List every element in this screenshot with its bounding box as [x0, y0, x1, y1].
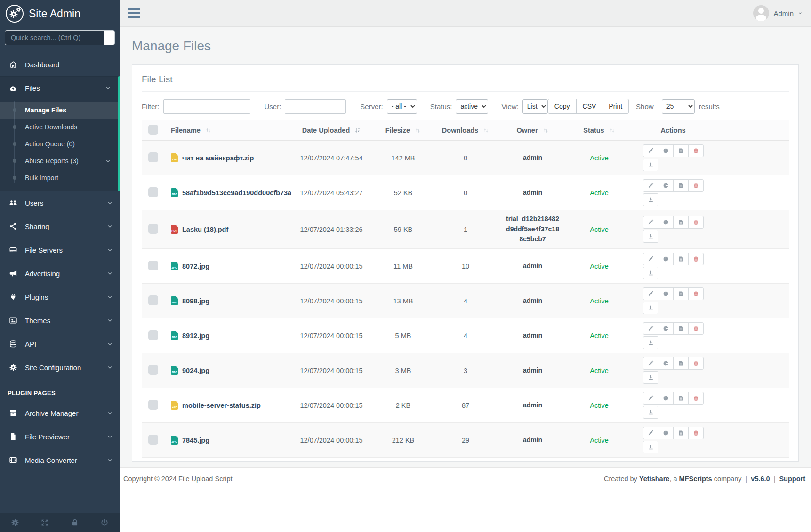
edit-button[interactable] — [643, 179, 658, 192]
download-button[interactable] — [643, 441, 658, 453]
filename-link[interactable]: 8912.jpg — [182, 332, 209, 340]
delete-button[interactable] — [688, 287, 704, 300]
sidebar-item-advertising[interactable]: Advertising — [0, 262, 120, 285]
delete-button[interactable] — [688, 392, 704, 405]
filename-link[interactable]: Lasku (18).pdf — [182, 226, 228, 233]
show-count-select[interactable]: 25 — [662, 99, 695, 114]
stats-button[interactable] — [658, 287, 674, 300]
sidebar-item-file-servers[interactable]: File Servers — [0, 238, 120, 262]
delete-button[interactable] — [688, 322, 704, 335]
delete-button[interactable] — [688, 357, 704, 370]
download-button[interactable] — [643, 193, 658, 206]
row-checkbox[interactable] — [148, 330, 158, 340]
sidebar-subitem-abuse-reports-3[interactable]: Abuse Reports (3) — [0, 152, 118, 169]
info-button[interactable] — [673, 144, 689, 157]
edit-button[interactable] — [643, 253, 658, 265]
column-header-date-uploaded[interactable]: Date Uploaded — [291, 120, 371, 141]
delete-button[interactable] — [688, 216, 704, 229]
filename-link[interactable]: чит на майнкрафт.zip — [182, 154, 254, 162]
stats-button[interactable] — [658, 427, 674, 439]
download-button[interactable] — [643, 302, 658, 314]
stats-button[interactable] — [658, 322, 674, 335]
sidebar-item-themes[interactable]: Themes — [0, 309, 120, 332]
support-link[interactable]: Support — [779, 475, 805, 483]
filter-input[interactable] — [163, 99, 250, 114]
expand-icon[interactable] — [40, 518, 49, 527]
download-button[interactable] — [643, 406, 658, 419]
row-checkbox[interactable] — [148, 152, 158, 162]
edit-button[interactable] — [643, 357, 658, 370]
sidebar-item-media-converter[interactable]: Media Converter — [0, 448, 120, 472]
filename-link[interactable]: 8098.jpg — [182, 297, 209, 305]
gear-icon[interactable] — [11, 518, 19, 527]
download-button[interactable] — [643, 230, 658, 243]
row-checkbox[interactable] — [148, 224, 158, 234]
filename-link[interactable]: 8072.jpg — [182, 262, 209, 270]
delete-button[interactable] — [688, 144, 704, 157]
sidebar-subitem-action-queue-0[interactable]: Action Queue (0) — [0, 135, 118, 152]
column-header-status[interactable]: Status — [569, 120, 629, 141]
sidebar-item-api[interactable]: API — [0, 332, 120, 356]
sidebar-subitem-manage-files[interactable]: Manage Files — [0, 102, 118, 119]
download-button[interactable] — [643, 267, 658, 279]
sidebar-item-file-previewer[interactable]: File Previewer — [0, 425, 120, 448]
copy-button[interactable]: Copy — [548, 99, 577, 114]
row-checkbox[interactable] — [148, 435, 158, 445]
sidebar-toggle-button[interactable] — [128, 8, 140, 18]
print-button[interactable]: Print — [602, 99, 629, 114]
download-button[interactable] — [643, 336, 658, 349]
row-checkbox[interactable] — [148, 365, 158, 375]
download-button[interactable] — [643, 371, 658, 384]
user-menu[interactable]: Admin — [753, 5, 803, 21]
column-header-downloads[interactable]: Downloads — [435, 120, 496, 141]
info-button[interactable] — [673, 322, 689, 335]
brand[interactable]: Site Admin — [0, 0, 120, 27]
row-checkbox[interactable] — [148, 261, 158, 270]
select-all-checkbox[interactable] — [148, 125, 158, 135]
sidebar-item-sharing[interactable]: Sharing — [0, 214, 120, 238]
sidebar-item-plugins[interactable]: Plugins — [0, 285, 120, 309]
info-button[interactable] — [673, 179, 689, 192]
info-button[interactable] — [673, 392, 689, 405]
quick-search-input[interactable] — [5, 31, 104, 45]
delete-button[interactable] — [688, 179, 704, 192]
stats-button[interactable] — [658, 179, 674, 192]
filename-link[interactable]: mobile-server-status.zip — [182, 402, 261, 409]
edit-button[interactable] — [643, 427, 658, 439]
sidebar-item-users[interactable]: Users — [0, 191, 120, 214]
info-button[interactable] — [673, 216, 689, 229]
server-select[interactable]: - all - — [387, 99, 417, 114]
edit-button[interactable] — [643, 216, 658, 229]
stats-button[interactable] — [658, 144, 674, 157]
sidebar-item-site-configuration[interactable]: Site Configuration — [0, 356, 120, 379]
user-input[interactable] — [285, 99, 346, 114]
info-button[interactable] — [673, 427, 689, 439]
edit-button[interactable] — [643, 392, 658, 405]
edit-button[interactable] — [643, 322, 658, 335]
status-select[interactable]: active — [456, 99, 488, 114]
delete-button[interactable] — [688, 253, 704, 265]
sidebar-subitem-bulk-import[interactable]: Bulk Import — [0, 169, 118, 186]
stats-button[interactable] — [658, 357, 674, 370]
view-select[interactable]: List — [522, 99, 548, 114]
sidebar-item-dashboard[interactable]: Dashboard — [0, 53, 120, 76]
power-icon[interactable] — [100, 518, 109, 527]
column-header-owner[interactable]: Owner — [496, 120, 569, 141]
stats-button[interactable] — [658, 253, 674, 265]
csv-button[interactable]: CSV — [576, 99, 603, 114]
column-header-filesize[interactable]: Filesize — [371, 120, 435, 141]
info-button[interactable] — [673, 287, 689, 300]
sidebar-item-archive-manager[interactable]: Archive Manager — [0, 401, 120, 425]
info-button[interactable] — [673, 357, 689, 370]
column-header-filename[interactable]: Filename — [164, 120, 291, 141]
stats-button[interactable] — [658, 392, 674, 405]
download-button[interactable] — [643, 159, 658, 171]
quick-search-button[interactable] — [104, 31, 114, 45]
row-checkbox[interactable] — [148, 295, 158, 305]
edit-button[interactable] — [643, 287, 658, 300]
edit-button[interactable] — [643, 144, 658, 157]
delete-button[interactable] — [688, 427, 704, 439]
row-checkbox[interactable] — [148, 400, 158, 410]
lock-icon[interactable] — [71, 518, 79, 527]
sidebar-subitem-active-downloads[interactable]: Active Downloads — [0, 119, 118, 135]
